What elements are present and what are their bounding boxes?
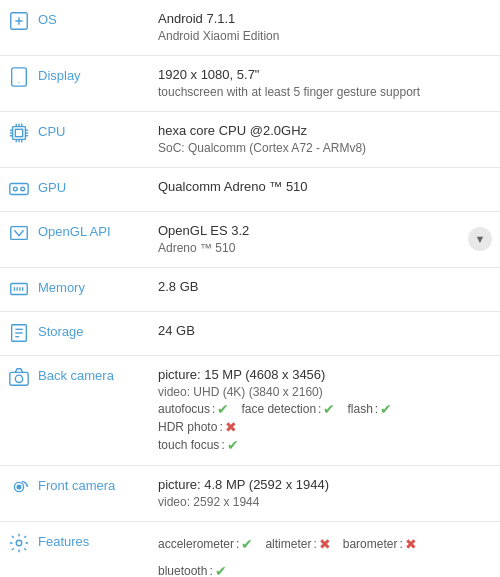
rows-container: OSAndroid 7.1.1Android Xiaomi EditionDis… xyxy=(0,0,500,577)
check-icon: ✔ xyxy=(227,437,239,453)
spec-row-gpu: GPUQualcomm Adreno ™ 510 xyxy=(0,168,500,212)
features-icon xyxy=(8,532,30,554)
svg-point-33 xyxy=(17,485,21,489)
check-icon: ✔ xyxy=(217,401,229,417)
check-icon: ✔ xyxy=(241,532,253,557)
opengl-icon xyxy=(8,222,30,244)
svg-rect-17 xyxy=(10,183,28,194)
feature-item: face detection:✔ xyxy=(241,401,335,417)
feature-item: autofocus:✔ xyxy=(158,401,229,417)
os-main-value: Android 7.1.1 xyxy=(158,10,492,28)
storage-icon xyxy=(8,322,30,344)
display-label: Display xyxy=(38,66,81,83)
memory-main-value: 2.8 GB xyxy=(158,278,492,296)
feature-item: flash:✔ xyxy=(347,401,392,417)
spec-row-opengl: OpenGL APIOpenGL ES 3.2Adreno ™ 510▼ xyxy=(0,212,500,268)
backcamera-sub-value: video: UHD (4K) (3840 x 2160) xyxy=(158,384,492,401)
check-icon: ✔ xyxy=(215,559,227,577)
cpu-label: CPU xyxy=(38,122,65,139)
spec-row-frontcamera: Front camerapicture: 4.8 MP (2592 x 1944… xyxy=(0,466,500,522)
label-cell-features: Features xyxy=(0,522,150,564)
value-cell-gpu: Qualcomm Adreno ™ 510 xyxy=(150,168,500,206)
spec-container: OSAndroid 7.1.1Android Xiaomi EditionDis… xyxy=(0,0,500,577)
opengl-sub-value: Adreno ™ 510 xyxy=(158,240,492,257)
frontcamera-main-value: picture: 4.8 MP (2592 x 1944) xyxy=(158,476,492,494)
memory-icon xyxy=(8,278,30,300)
display-main-value: 1920 x 1080, 5.7" xyxy=(158,66,492,84)
value-cell-storage: 24 GB xyxy=(150,312,500,350)
svg-point-34 xyxy=(16,540,22,546)
svg-point-19 xyxy=(21,187,25,191)
os-icon xyxy=(8,10,30,32)
features-section: accelerometer:✔altimeter:✖barometer:✖blu… xyxy=(158,532,492,577)
label-cell-frontcamera: Front camera xyxy=(0,466,150,508)
feature-item: bluetooth:✔ xyxy=(158,559,227,577)
memory-label: Memory xyxy=(38,278,85,295)
cross-icon: ✖ xyxy=(319,532,331,557)
features-row-0: accelerometer:✔altimeter:✖barometer:✖blu… xyxy=(158,532,492,577)
features-label: Features xyxy=(38,532,89,549)
value-cell-memory: 2.8 GB xyxy=(150,268,500,306)
value-cell-opengl: OpenGL ES 3.2Adreno ™ 510▼ xyxy=(150,212,500,267)
check-icon: ✔ xyxy=(323,401,335,417)
spec-row-storage: Storage24 GB xyxy=(0,312,500,356)
svg-point-18 xyxy=(14,187,18,191)
svg-rect-4 xyxy=(15,129,22,136)
spec-row-backcamera: Back camerapicture: 15 MP (4608 x 3456)v… xyxy=(0,356,500,466)
os-sub-value: Android Xiaomi Edition xyxy=(158,28,492,45)
spec-row-os: OSAndroid 7.1.1Android Xiaomi Edition xyxy=(0,0,500,56)
cpu-sub-value: SoC: Qualcomm (Cortex A72 - ARMv8) xyxy=(158,140,492,157)
svg-rect-3 xyxy=(13,127,26,140)
storage-label: Storage xyxy=(38,322,84,339)
value-cell-features: accelerometer:✔altimeter:✖barometer:✖blu… xyxy=(150,522,500,577)
display-icon xyxy=(8,66,30,88)
feature-item: altimeter:✖ xyxy=(265,532,330,557)
value-cell-frontcamera: picture: 4.8 MP (2592 x 1944)video: 2592… xyxy=(150,466,500,521)
svg-rect-21 xyxy=(11,283,28,294)
value-cell-display: 1920 x 1080, 5.7"touchscreen with at lea… xyxy=(150,56,500,111)
cross-icon: ✖ xyxy=(225,419,237,435)
gpu-label: GPU xyxy=(38,178,66,195)
camera-features-row1: autofocus:✔face detection:✔flash:✔HDR ph… xyxy=(158,401,492,435)
backcamera-label: Back camera xyxy=(38,366,114,383)
cpu-icon xyxy=(8,122,30,144)
label-cell-os: OS xyxy=(0,0,150,42)
frontcamera-label: Front camera xyxy=(38,476,115,493)
camera-features-row2: touch focus:✔ xyxy=(158,437,492,453)
cross-icon: ✖ xyxy=(405,532,417,557)
label-cell-display: Display xyxy=(0,56,150,98)
dropdown-arrow-icon[interactable]: ▼ xyxy=(468,227,492,251)
value-cell-backcamera: picture: 15 MP (4608 x 3456)video: UHD (… xyxy=(150,356,500,465)
feature-item: barometer:✖ xyxy=(343,532,417,557)
label-cell-opengl: OpenGL API xyxy=(0,212,150,254)
spec-row-features: Featuresaccelerometer:✔altimeter:✖barome… xyxy=(0,522,500,577)
os-label: OS xyxy=(38,10,57,27)
feature-item: touch focus:✔ xyxy=(158,437,239,453)
svg-rect-1 xyxy=(12,68,27,86)
backcamera-main-value: picture: 15 MP (4608 x 3456) xyxy=(158,366,492,384)
storage-main-value: 24 GB xyxy=(158,322,492,340)
opengl-main-value: OpenGL ES 3.2 xyxy=(158,222,492,240)
label-cell-memory: Memory xyxy=(0,268,150,310)
check-icon: ✔ xyxy=(380,401,392,417)
spec-row-memory: Memory2.8 GB xyxy=(0,268,500,312)
value-cell-os: Android 7.1.1Android Xiaomi Edition xyxy=(150,0,500,55)
opengl-label: OpenGL API xyxy=(38,222,111,239)
label-cell-storage: Storage xyxy=(0,312,150,354)
frontcamera-sub-value: video: 2592 x 1944 xyxy=(158,494,492,511)
label-cell-gpu: GPU xyxy=(0,168,150,210)
frontcamera-icon xyxy=(8,476,30,498)
spec-row-display: Display1920 x 1080, 5.7"touchscreen with… xyxy=(0,56,500,112)
label-cell-cpu: CPU xyxy=(0,112,150,154)
label-cell-backcamera: Back camera xyxy=(0,356,150,398)
svg-rect-20 xyxy=(11,227,28,240)
feature-item: accelerometer:✔ xyxy=(158,532,253,557)
gpu-main-value: Qualcomm Adreno ™ 510 xyxy=(158,178,492,196)
svg-point-31 xyxy=(15,375,22,382)
feature-item: HDR photo:✖ xyxy=(158,419,237,435)
display-sub-value: touchscreen with at least 5 finger gestu… xyxy=(158,84,492,101)
cpu-main-value: hexa core CPU @2.0GHz xyxy=(158,122,492,140)
value-cell-cpu: hexa core CPU @2.0GHzSoC: Qualcomm (Cort… xyxy=(150,112,500,167)
backcamera-icon xyxy=(8,366,30,388)
gpu-icon xyxy=(8,178,30,200)
